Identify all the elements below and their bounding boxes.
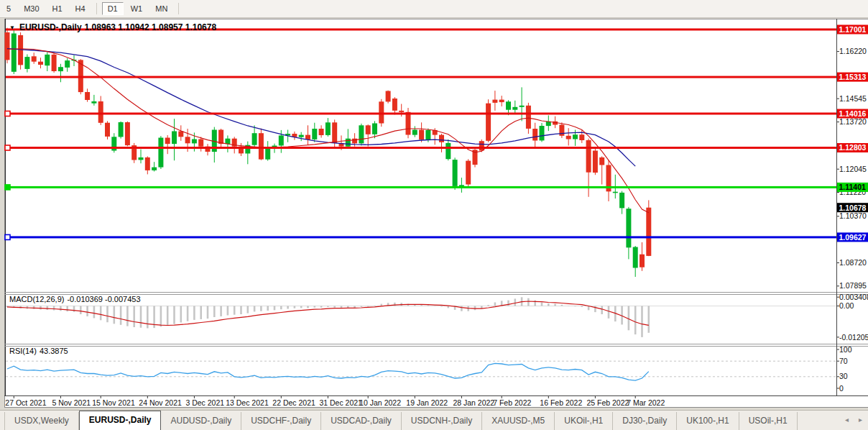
svg-text:1.13720: 1.13720 [839, 117, 867, 126]
svg-text:16 Feb 2022: 16 Feb 2022 [540, 398, 582, 407]
svg-text:0.00: 0.00 [839, 301, 854, 310]
svg-text:1.14016: 1.14016 [839, 109, 867, 118]
svg-text:1.07895: 1.07895 [839, 281, 867, 290]
svg-text:7 Mar 2022: 7 Mar 2022 [627, 398, 665, 407]
timeframe-button-m5[interactable]: 5 [1, 2, 17, 15]
timeframe-button-m30[interactable]: M30 [18, 2, 45, 15]
tab-ukoil-h1[interactable]: UKOil-,H1 [555, 412, 613, 430]
svg-text:30: 30 [839, 372, 848, 380]
tab-usdchf-daily[interactable]: USDCHF-,Daily [241, 412, 321, 430]
tab-usdcad-daily[interactable]: USDCAD-,Daily [321, 412, 402, 430]
timeframe-button-mn[interactable]: MN [149, 2, 173, 15]
tab-usdx-weekly[interactable]: USDX,Weekly [4, 412, 79, 430]
svg-text:15 Nov 2021: 15 Nov 2021 [92, 398, 135, 407]
timeframe-button-h1[interactable]: H1 [47, 2, 68, 15]
svg-text:1.12045: 1.12045 [839, 165, 867, 173]
svg-text:1.10370: 1.10370 [839, 211, 867, 220]
svg-text:1.12803: 1.12803 [839, 143, 867, 152]
chart-canvas[interactable]: 1.162201.145451.137201.120451.112201.103… [0, 19, 868, 408]
macd-values: -0.010369 -0.007453 [67, 295, 140, 303]
svg-text:1.11401: 1.11401 [839, 183, 867, 191]
chart-title: ▼EURUSD-,Daily1.08963 1.10942 1.08957 1.… [9, 22, 216, 32]
toolbar-separator [96, 3, 97, 14]
chart-ohlc-values: 1.08963 1.10942 1.08957 1.10678 [85, 22, 217, 32]
mt4-window: { "toolbar": { "items": ["5","M30","H1",… [0, 0, 868, 430]
tab-scroll-buttons: ◂ ▸ [845, 416, 862, 424]
svg-text:1.16220: 1.16220 [839, 47, 867, 55]
svg-text:5 Nov 2021: 5 Nov 2021 [52, 398, 91, 407]
chart-dropdown-icon[interactable]: ▼ [9, 24, 15, 31]
svg-text:28 Jan 2022: 28 Jan 2022 [453, 398, 494, 407]
svg-text:100: 100 [839, 345, 852, 354]
tab-uk100-h1[interactable]: UK100-,H1 [677, 412, 739, 430]
rsi-indicator-label: RSI(14)43.3875 [9, 347, 68, 355]
tab-scroll-right-icon[interactable]: ▸ [859, 416, 862, 424]
chart-tabbar: USDX,Weekly EURUSD-,Daily AUDUSD-,Daily … [0, 410, 868, 430]
svg-text:27 Oct 2021: 27 Oct 2021 [5, 398, 46, 407]
svg-text:1.17001: 1.17001 [839, 25, 867, 34]
timeframe-toolbar: 5 M30 H1 H4 D1 W1 MN [0, 0, 868, 18]
svg-text:1.08720: 1.08720 [839, 258, 867, 267]
macd-indicator-label: MACD(12,26,9)-0.010369 -0.007453 [9, 295, 141, 303]
tab-xauusd-m5[interactable]: XAUUSD-,M5 [482, 412, 555, 430]
toolbar-separator [178, 3, 179, 14]
svg-text:1.10678: 1.10678 [839, 203, 867, 212]
svg-text:19 Jan 2022: 19 Jan 2022 [406, 398, 448, 407]
svg-text:1.14545: 1.14545 [839, 94, 867, 103]
svg-text:22 Dec 2021: 22 Dec 2021 [272, 398, 315, 407]
rsi-name: RSI(14) [9, 347, 37, 355]
rsi-value: 43.3875 [40, 347, 68, 355]
svg-text:10 Jan 2022: 10 Jan 2022 [359, 398, 401, 407]
svg-text:1.09627: 1.09627 [839, 233, 867, 242]
time-axis: 27 Oct 20215 Nov 202115 Nov 202124 Nov 2… [5, 396, 665, 407]
tab-usoil-h1[interactable]: USOil-,H1 [739, 412, 798, 430]
svg-text:0.003408: 0.003408 [839, 293, 868, 301]
svg-text:-0.012054: -0.012054 [839, 333, 868, 342]
svg-text:24 Nov 2021: 24 Nov 2021 [139, 398, 182, 407]
svg-text:1.15313: 1.15313 [839, 73, 867, 81]
svg-text:0: 0 [839, 384, 844, 393]
svg-text:13 Dec 2021: 13 Dec 2021 [226, 398, 269, 407]
macd-name: MACD(12,26,9) [9, 295, 64, 303]
tab-eurusd-daily[interactable]: EURUSD-,Daily [79, 411, 162, 430]
svg-text:31 Dec 2021: 31 Dec 2021 [319, 398, 362, 407]
svg-text:7 Feb 2022: 7 Feb 2022 [493, 398, 531, 407]
tab-audusd-daily[interactable]: AUDUSD-,Daily [161, 412, 241, 430]
svg-text:3 Dec 2021: 3 Dec 2021 [185, 398, 224, 407]
timeframe-button-d1[interactable]: D1 [102, 2, 124, 15]
chart-window: 1.162201.145451.137201.120451.112201.103… [0, 19, 868, 408]
svg-text:25 Feb 2022: 25 Feb 2022 [586, 398, 629, 407]
chart-symbol-label: EURUSD-,Daily [19, 22, 82, 32]
tab-usdcnh-daily[interactable]: USDCNH-,Daily [402, 412, 482, 430]
tab-scroll-left-icon[interactable]: ◂ [845, 416, 849, 424]
timeframe-button-w1[interactable]: W1 [125, 2, 149, 15]
svg-text:70: 70 [839, 357, 848, 365]
tab-dj30-daily[interactable]: DJ30-,Daily [613, 412, 677, 430]
timeframe-button-h4[interactable]: H4 [70, 2, 91, 15]
